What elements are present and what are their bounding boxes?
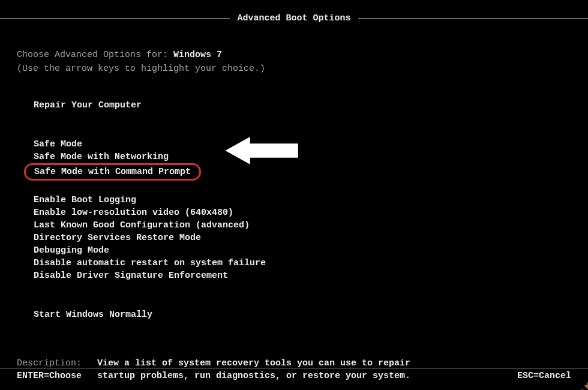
footer-esc-hint: ESC=Cancel xyxy=(517,370,571,381)
page-title: Advanced Boot Options xyxy=(230,12,358,25)
menu-safe-mode[interactable]: Safe Mode xyxy=(31,138,85,151)
divider-right xyxy=(358,18,588,19)
choose-prefix: Choose Advanced Options for: xyxy=(17,50,173,60)
menu-debugging[interactable]: Debugging Mode xyxy=(31,244,112,257)
menu-safe-mode-cmd-selected[interactable]: Safe Mode with Command Prompt xyxy=(24,163,201,181)
choose-os-line: Choose Advanced Options for: Windows 7 xyxy=(17,49,571,61)
menu-last-known-good[interactable]: Last Known Good Configuration (advanced) xyxy=(31,219,252,232)
boot-options-screen: Advanced Boot Options Choose Advanced Op… xyxy=(0,0,588,390)
menu-boot-logging[interactable]: Enable Boot Logging xyxy=(31,194,139,206)
menu-dsrm[interactable]: Directory Services Restore Mode xyxy=(31,232,203,244)
menu-low-res-video[interactable]: Enable low-resolution video (640x480) xyxy=(31,206,236,219)
footer-bar: ENTER=Choose ESC=Cancel xyxy=(0,368,588,381)
menu-repair-computer[interactable]: Repair Your Computer xyxy=(31,99,144,112)
menu-disable-auto-restart[interactable]: Disable automatic restart on system fail… xyxy=(31,257,268,269)
menu-start-normally[interactable]: Start Windows Normally xyxy=(31,308,155,321)
os-name: Windows 7 xyxy=(173,50,222,60)
hint-text: (Use the arrow keys to highlight your ch… xyxy=(17,62,571,75)
footer-enter-hint: ENTER=Choose xyxy=(17,370,82,381)
menu-disable-driver-sig[interactable]: Disable Driver Signature Enforcement xyxy=(31,269,230,282)
menu-safe-mode-networking[interactable]: Safe Mode with Networking xyxy=(31,151,171,163)
title-bar: Advanced Boot Options xyxy=(0,12,588,25)
boot-menu: Repair Your Computer Safe Mode Safe Mode… xyxy=(17,99,571,321)
divider-left xyxy=(0,18,230,19)
